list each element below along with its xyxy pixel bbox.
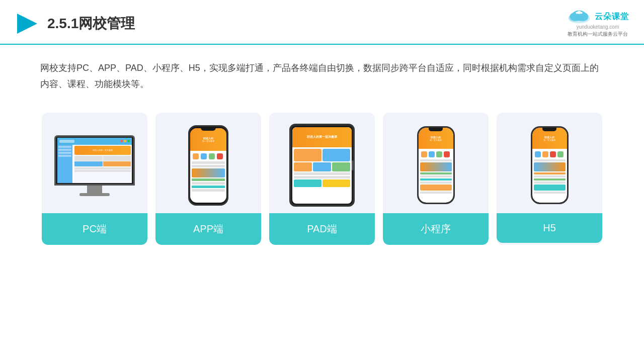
brand-logo: 云朵课堂 yunduoketang.com 教育机构一站式服务云平台 (567, 9, 629, 38)
h5-phone-icon: 职进人的 第一堂兴趣课 (531, 126, 569, 204)
h5-label: H5 (497, 213, 602, 243)
app-card: 职进人的 第一堂兴趣课 (155, 113, 261, 245)
cloud-icon (567, 9, 592, 24)
brand-name: 云朵课堂 (595, 12, 629, 22)
brand-url: yunduoketang.com (577, 24, 619, 30)
pc-monitor-icon: 职进人的第一堂兴趣课 (54, 135, 135, 196)
miniapp-card: 职进人的 第一堂兴趣课 (383, 113, 489, 245)
play-logo-icon (15, 12, 39, 36)
pad-image-area: 职进人的第一堂兴趣课 (269, 113, 375, 213)
device-cards-container: 职进人的第一堂兴趣课 (0, 103, 644, 255)
description-text: 网校支持PC、APP、PAD、小程序、H5，实现多端打通，产品各终端自由切换，数… (0, 45, 644, 103)
h5-image-area: 职进人的 第一堂兴趣课 (497, 113, 602, 213)
miniapp-label: 小程序 (383, 213, 489, 245)
app-phone-icon: 职进人的 第一堂兴趣课 (188, 125, 228, 206)
pad-label: PAD端 (269, 213, 375, 245)
pad-tablet-icon: 职进人的第一堂兴趣课 (289, 124, 355, 207)
miniapp-image-area: 职进人的 第一堂兴趣课 (383, 113, 489, 213)
page-title: 2.5.1网校管理 (47, 14, 567, 33)
pad-card: 职进人的第一堂兴趣课 (269, 113, 375, 245)
svg-marker-0 (17, 14, 37, 34)
app-label: APP端 (155, 213, 261, 245)
pc-label: PC端 (42, 213, 147, 245)
pc-image-area: 职进人的第一堂兴趣课 (42, 113, 147, 213)
pc-card: 职进人的第一堂兴趣课 (42, 113, 147, 245)
miniapp-phone-icon: 职进人的 第一堂兴趣课 (417, 126, 455, 204)
app-image-area: 职进人的 第一堂兴趣课 (155, 113, 261, 213)
h5-card: 职进人的 第一堂兴趣课 (497, 113, 602, 245)
page-header: 2.5.1网校管理 云朵课堂 yunduoketang.com 教育机构一站式服… (0, 0, 644, 45)
brand-subtitle: 教育机构一站式服务云平台 (568, 31, 628, 38)
